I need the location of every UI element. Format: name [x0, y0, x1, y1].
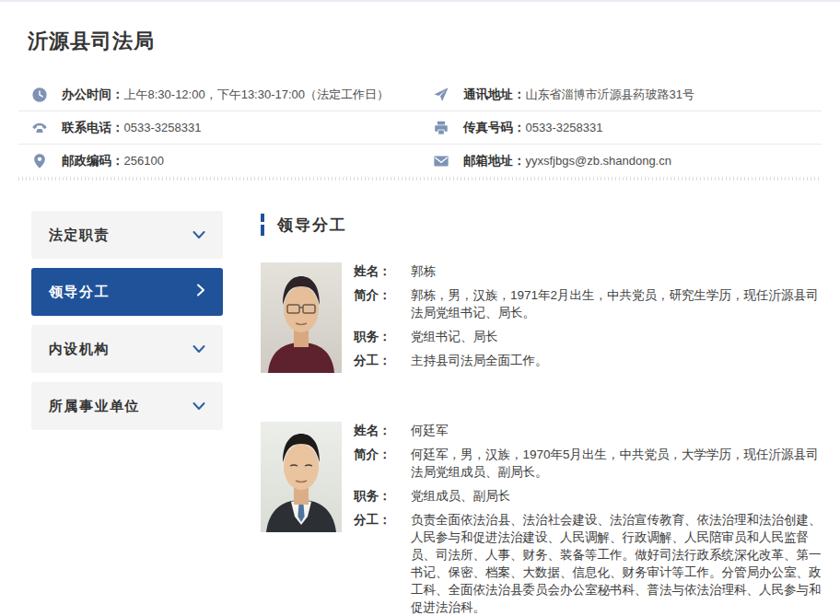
field-bio: 简介： 何廷军，男，汉族，1970年5月出生，中共党员，大学学历，现任沂源县司法…	[354, 446, 823, 481]
contact-value: 山东省淄博市沂源县药玻路31号	[526, 87, 694, 103]
mail-envelope-icon	[433, 153, 449, 169]
field-name: 姓名： 郭栋	[354, 262, 823, 280]
field-value: 郭栋	[411, 262, 823, 280]
field-duty: 分工： 主持县司法局全面工作。	[354, 352, 823, 369]
sidebar-item-label: 所属事业单位	[49, 398, 140, 415]
chevron-right-icon	[196, 284, 205, 300]
field-value: 郭栋，男，汉族，1971年2月出生，中共党员，研究生学历，现任沂源县司法局党组书…	[411, 286, 823, 321]
chevron-down-icon	[192, 227, 205, 243]
field-label: 简介：	[354, 446, 411, 481]
sidebar-item-leadership-division[interactable]: 领导分工	[31, 268, 223, 316]
content-area: 法定职责 领导分工 内设机构 所属事业单位	[31, 211, 823, 616]
field-value: 何廷军	[411, 422, 823, 439]
sidebar-item-label: 内设机构	[49, 341, 110, 358]
portrait-leader-1	[261, 262, 342, 373]
section-heading-text: 领导分工	[277, 215, 347, 236]
field-label: 姓名：	[354, 422, 411, 439]
contact-value: 256100	[124, 154, 164, 168]
section-heading: 领导分工	[261, 214, 823, 236]
chevron-down-icon	[192, 398, 205, 414]
field-title: 职务： 党组书记、局长	[354, 328, 823, 345]
portrait-leader-2	[261, 422, 342, 532]
contact-label: 传真号码：	[463, 120, 526, 136]
field-label: 职务：	[354, 487, 411, 505]
contact-cell-office-hours: 办公时间： 上午8:30-12:00，下午13:30-17:00（法定工作日）	[18, 78, 420, 110]
sidebar-item-label: 领导分工	[49, 284, 110, 301]
field-label: 姓名：	[354, 262, 411, 280]
sidebar-item-internal-orgs[interactable]: 内设机构	[31, 325, 223, 373]
page-title: 沂源县司法局	[28, 28, 840, 55]
send-icon	[433, 87, 449, 103]
field-bio: 简介： 郭栋，男，汉族，1971年2月出生，中共党员，研究生学历，现任沂源县司法…	[354, 286, 823, 321]
contact-info-panel: 办公时间： 上午8:30-12:00，下午13:30-17:00（法定工作日） …	[18, 78, 822, 177]
field-value: 主持县司法局全面工作。	[411, 352, 823, 369]
sidebar-item-label: 法定职责	[49, 227, 110, 244]
dashed-divider	[18, 177, 822, 180]
clock-icon	[31, 87, 48, 103]
field-name: 姓名： 何廷军	[354, 422, 823, 439]
leader-card: 姓名： 郭栋 简介： 郭栋，男，汉族，1971年2月出生，中共党员，研究生学历，…	[261, 262, 823, 376]
sidebar-item-affiliated-units[interactable]: 所属事业单位	[31, 382, 223, 430]
field-value: 党组书记、局长	[411, 328, 823, 345]
contact-value: yyxsfjbgs@zb.shandong.cn	[526, 154, 671, 168]
contact-value: 上午8:30-12:00，下午13:30-17:00（法定工作日）	[124, 87, 390, 103]
contact-label: 邮箱地址：	[463, 153, 526, 169]
location-pin-icon	[31, 153, 48, 169]
contact-cell-address: 通讯地址： 山东省淄博市沂源县药玻路31号	[420, 78, 822, 110]
leader-photo	[261, 422, 342, 532]
contact-value: 0533-3258331	[124, 121, 202, 134]
contact-row: 联系电话： 0533-3258331 传真号码： 0533-3258331	[18, 111, 822, 145]
phone-icon	[31, 120, 48, 136]
sidebar-nav: 法定职责 领导分工 内设机构 所属事业单位	[31, 211, 223, 616]
field-value: 何廷军，男，汉族，1970年5月出生，中共党员，大学学历，现任沂源县司法局党组成…	[411, 446, 823, 481]
contact-label: 办公时间：	[62, 87, 124, 103]
page: 沂源县司法局 办公时间： 上午8:30-12:00，下午13:30-17:00（…	[0, 0, 840, 616]
contact-label: 邮政编码：	[62, 153, 124, 169]
chevron-down-icon	[192, 341, 205, 357]
contact-row: 邮政编码： 256100 邮箱地址： yyxsfjbgs@zb.shandong…	[18, 145, 822, 177]
field-label: 分工：	[354, 511, 411, 616]
leader-fields: 姓名： 郭栋 简介： 郭栋，男，汉族，1971年2月出生，中共党员，研究生学历，…	[354, 262, 823, 376]
main-panel: 领导分工	[261, 211, 823, 616]
field-label: 职务：	[354, 328, 411, 345]
contact-cell-email: 邮箱地址： yyxsfjbgs@zb.shandong.cn	[420, 145, 822, 177]
heading-marker	[261, 214, 264, 236]
field-duty: 分工： 负责全面依法治县、法治社会建设、法治宣传教育、依法治理和法治创建、人民参…	[354, 511, 823, 616]
field-value: 党组成员、副局长	[411, 487, 823, 505]
field-value: 负责全面依法治县、法治社会建设、法治宣传教育、依法治理和法治创建、人民参与和促进…	[411, 511, 823, 616]
sidebar-item-legal-duties[interactable]: 法定职责	[31, 211, 223, 259]
field-label: 简介：	[354, 286, 411, 321]
leader-card: 姓名： 何廷军 简介： 何廷军，男，汉族，1970年5月出生，中共党员，大学学历…	[261, 422, 823, 616]
contact-value: 0533-3258331	[526, 121, 603, 134]
field-title: 职务： 党组成员、副局长	[354, 487, 823, 505]
contact-label: 联系电话：	[62, 120, 124, 136]
contact-label: 通讯地址：	[463, 87, 526, 103]
contact-cell-fax: 传真号码： 0533-3258331	[420, 111, 822, 144]
contact-cell-phone: 联系电话： 0533-3258331	[18, 111, 420, 144]
contact-cell-postcode: 邮政编码： 256100	[18, 145, 420, 177]
leader-photo	[261, 262, 342, 373]
fax-icon	[433, 120, 449, 136]
field-label: 分工：	[354, 352, 411, 369]
leader-fields: 姓名： 何廷军 简介： 何廷军，男，汉族，1970年5月出生，中共党员，大学学历…	[354, 422, 823, 616]
contact-row: 办公时间： 上午8:30-12:00，下午13:30-17:00（法定工作日） …	[18, 78, 822, 111]
